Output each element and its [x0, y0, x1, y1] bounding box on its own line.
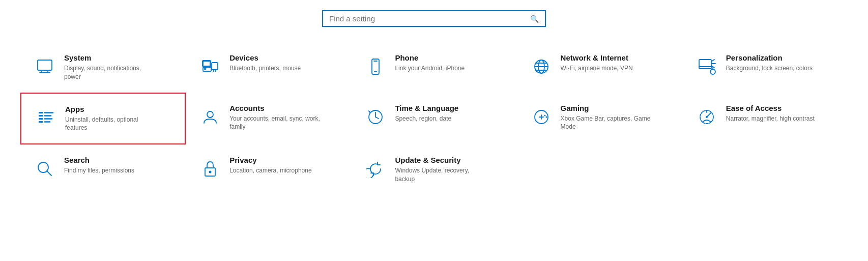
devices-title: Devices: [229, 53, 301, 62]
svg-rect-26: [39, 112, 43, 113]
network-title: Network & Internet: [561, 53, 633, 62]
phone-icon: [363, 54, 388, 79]
personalization-desc: Background, lock screen, colors: [726, 64, 813, 73]
svg-point-24: [710, 69, 715, 74]
setting-item-network[interactable]: Network & Internet Wi-Fi, airplane mode,…: [517, 42, 682, 93]
apps-icon: [34, 106, 58, 130]
privacy-title: Privacy: [229, 156, 311, 164]
svg-rect-0: [38, 60, 52, 70]
setting-item-apps[interactable]: Apps Uninstall, defaults, optional featu…: [20, 93, 186, 145]
search-icon: [33, 157, 57, 181]
search-title: Search: [64, 156, 134, 164]
setting-item-accounts[interactable]: Accounts Your accounts, email, sync, wor…: [186, 93, 351, 145]
svg-point-34: [207, 111, 213, 118]
svg-point-42: [545, 116, 547, 118]
update-title: Update & Security: [395, 156, 486, 164]
network-desc: Wi-Fi, airplane mode, VPN: [561, 64, 633, 73]
svg-rect-19: [699, 60, 711, 69]
network-icon: [529, 54, 554, 79]
gaming-desc: Xbox Game Bar, captures, Game Mode: [561, 114, 652, 132]
accounts-title: Accounts: [229, 104, 321, 112]
accounts-icon: [198, 105, 222, 129]
setting-item-ease[interactable]: Ease of Access Narrator, magnifier, high…: [682, 93, 848, 145]
svg-rect-27: [39, 115, 43, 117]
search-input[interactable]: [329, 14, 530, 23]
privacy-desc: Location, camera, microphone: [229, 166, 311, 175]
time-title: Time & Language: [395, 104, 458, 112]
phone-desc: Link your Android, iPhone: [395, 64, 465, 73]
top-bar: 🔍: [0, 0, 868, 42]
setting-item-gaming[interactable]: Gaming Xbox Game Bar, captures, Game Mod…: [517, 93, 682, 145]
svg-point-45: [706, 116, 708, 118]
time-icon: [363, 105, 388, 129]
gaming-title: Gaming: [561, 104, 652, 112]
personalization-title: Personalization: [726, 53, 813, 62]
settings-grid: System Display, sound, notifications, po…: [0, 42, 868, 195]
system-desc: Display, sound, notifications, power: [64, 64, 156, 81]
ease-desc: Narrator, magnifier, high contrast: [726, 114, 815, 123]
update-desc: Windows Update, recovery, backup: [395, 166, 486, 184]
devices-desc: Bluetooth, printers, mouse: [229, 64, 301, 73]
svg-line-47: [47, 171, 51, 176]
time-desc: Speech, region, date: [395, 114, 458, 123]
setting-item-time[interactable]: Time & Language Speech, region, date: [351, 93, 516, 145]
svg-point-49: [209, 171, 212, 173]
ease-icon: [695, 105, 719, 129]
search-box: 🔍: [322, 10, 546, 27]
system-title: System: [64, 53, 156, 62]
apps-desc: Uninstall, defaults, optional features: [65, 115, 157, 133]
ease-title: Ease of Access: [726, 104, 815, 112]
apps-title: Apps: [65, 105, 157, 113]
gaming-icon: [529, 105, 554, 129]
svg-rect-29: [39, 121, 43, 123]
svg-rect-5: [203, 61, 210, 66]
personalization-icon: [695, 54, 719, 79]
setting-item-update[interactable]: Update & Security Windows Update, recove…: [351, 144, 516, 195]
svg-rect-6: [212, 63, 218, 70]
devices-icon: [198, 54, 222, 79]
privacy-icon: [198, 157, 222, 181]
search-icon: 🔍: [530, 15, 539, 23]
setting-item-privacy[interactable]: Privacy Location, camera, microphone: [186, 144, 351, 195]
setting-item-personalization[interactable]: Personalization Background, lock screen,…: [682, 42, 848, 93]
svg-line-21: [711, 60, 714, 62]
setting-item-devices[interactable]: Devices Bluetooth, printers, mouse: [186, 42, 351, 93]
system-icon: [33, 54, 57, 79]
setting-item-search[interactable]: Search Find my files, permissions: [20, 144, 186, 195]
phone-title: Phone: [395, 53, 465, 62]
search-desc: Find my files, permissions: [64, 166, 134, 175]
svg-rect-28: [39, 118, 43, 120]
svg-point-41: [544, 114, 545, 116]
svg-line-37: [375, 117, 379, 119]
setting-item-phone[interactable]: Phone Link your Android, iPhone: [351, 42, 516, 93]
update-icon: [363, 157, 388, 181]
setting-item-system[interactable]: System Display, sound, notifications, po…: [20, 42, 186, 93]
accounts-desc: Your accounts, email, sync, work, family: [229, 114, 321, 132]
svg-point-9: [205, 68, 206, 70]
